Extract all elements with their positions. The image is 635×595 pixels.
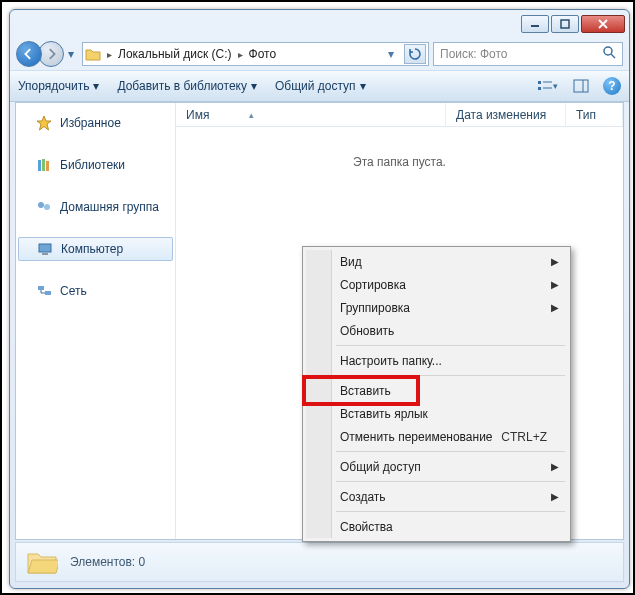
submenu-arrow-icon: ▶: [551, 256, 559, 267]
column-type[interactable]: Тип: [566, 103, 623, 126]
search-input[interactable]: Поиск: Фото: [433, 42, 623, 66]
chevron-down-icon: ▾: [360, 79, 366, 93]
svg-rect-12: [42, 159, 45, 171]
svg-marker-10: [37, 116, 51, 130]
star-icon: [36, 115, 52, 131]
menu-item-group[interactable]: Группировка▶: [306, 296, 567, 319]
close-button[interactable]: [581, 15, 625, 33]
sidebar-item-computer[interactable]: Компьютер: [18, 237, 173, 261]
nav-row: ▾ ▸ Локальный диск (C:) ▸ Фото ▾ Поиск: …: [10, 38, 629, 70]
svg-rect-5: [538, 87, 541, 90]
sidebar-item-network[interactable]: Сеть: [16, 279, 175, 303]
maximize-button[interactable]: [551, 15, 579, 33]
submenu-arrow-icon: ▶: [551, 302, 559, 313]
empty-folder-text: Эта папка пуста.: [176, 155, 623, 169]
add-to-library-menu[interactable]: Добавить в библиотеку▾: [117, 79, 257, 93]
organize-menu[interactable]: Упорядочить▾: [18, 79, 99, 93]
menu-item-share[interactable]: Общий доступ▶: [306, 455, 567, 478]
computer-icon: [37, 241, 53, 257]
menu-item-paste[interactable]: Вставить: [306, 379, 567, 402]
menu-item-sort[interactable]: Сортировка▶: [306, 273, 567, 296]
address-dropdown[interactable]: ▾: [382, 44, 400, 64]
column-name[interactable]: Имя▴: [176, 103, 446, 126]
svg-point-14: [38, 202, 44, 208]
svg-line-3: [611, 54, 615, 58]
svg-rect-13: [46, 161, 49, 171]
svg-point-2: [604, 47, 612, 55]
chevron-down-icon: ▾: [251, 79, 257, 93]
column-headers: Имя▴ Дата изменения Тип: [176, 103, 623, 127]
svg-rect-19: [45, 291, 51, 295]
sidebar-item-label: Библиотеки: [60, 158, 125, 172]
svg-rect-16: [39, 244, 51, 252]
folder-icon: [85, 46, 101, 62]
search-placeholder: Поиск: Фото: [440, 47, 508, 61]
status-text: Элементов: 0: [70, 555, 145, 569]
status-bar: Элементов: 0: [15, 542, 624, 582]
svg-rect-17: [42, 253, 48, 255]
svg-rect-11: [38, 160, 41, 171]
share-menu[interactable]: Общий доступ▾: [275, 79, 366, 93]
sidebar-item-libraries[interactable]: Библиотеки: [16, 153, 175, 177]
menu-item-new[interactable]: Создать▶: [306, 485, 567, 508]
homegroup-icon: [36, 199, 52, 215]
nav-pane: Избранное Библиотеки Домашняя группа Ком…: [16, 103, 176, 539]
submenu-arrow-icon: ▶: [551, 461, 559, 472]
context-menu: Вид▶ Сортировка▶ Группировка▶ Обновить Н…: [302, 246, 571, 542]
menu-item-view[interactable]: Вид▶: [306, 250, 567, 273]
view-mode-button[interactable]: ▾: [535, 75, 559, 97]
chevron-down-icon: ▾: [93, 79, 99, 93]
sidebar-item-label: Сеть: [60, 284, 87, 298]
minimize-button[interactable]: [521, 15, 549, 33]
submenu-arrow-icon: ▶: [551, 491, 559, 502]
help-button[interactable]: ?: [603, 77, 621, 95]
libraries-icon: [36, 157, 52, 173]
titlebar: [10, 10, 629, 38]
column-modified[interactable]: Дата изменения: [446, 103, 566, 126]
svg-rect-4: [538, 81, 541, 84]
shortcut-label: CTRL+Z: [501, 430, 547, 444]
svg-rect-8: [574, 80, 588, 92]
sidebar-item-label: Домашняя группа: [60, 200, 159, 214]
sidebar-item-homegroup[interactable]: Домашняя группа: [16, 195, 175, 219]
sidebar-item-favorites[interactable]: Избранное: [16, 111, 175, 135]
menu-item-customize-folder[interactable]: Настроить папку...: [306, 349, 567, 372]
svg-rect-18: [38, 286, 44, 290]
address-bar[interactable]: ▸ Локальный диск (C:) ▸ Фото ▾: [82, 42, 429, 66]
toolbar: Упорядочить▾ Добавить в библиотеку▾ Общи…: [10, 70, 629, 102]
chevron-right-icon: ▸: [107, 49, 112, 60]
sidebar-item-label: Избранное: [60, 116, 121, 130]
svg-point-15: [44, 204, 50, 210]
menu-item-undo-rename[interactable]: Отменить переименованиеCTRL+Z: [306, 425, 567, 448]
network-icon: [36, 283, 52, 299]
sort-asc-icon: ▴: [249, 110, 254, 120]
svg-rect-1: [561, 20, 569, 28]
sidebar-item-label: Компьютер: [61, 242, 123, 256]
submenu-arrow-icon: ▶: [551, 279, 559, 290]
back-button[interactable]: [16, 41, 42, 67]
menu-item-refresh[interactable]: Обновить: [306, 319, 567, 342]
folder-icon: [26, 548, 58, 576]
nav-history-dropdown[interactable]: ▾: [64, 47, 78, 61]
menu-item-paste-shortcut[interactable]: Вставить ярлык: [306, 402, 567, 425]
refresh-button[interactable]: [404, 44, 426, 64]
breadcrumb-part[interactable]: Фото: [249, 47, 277, 61]
search-icon: [603, 46, 616, 62]
breadcrumb-part[interactable]: Локальный диск (C:): [118, 47, 232, 61]
chevron-right-icon: ▸: [238, 49, 243, 60]
preview-pane-button[interactable]: [569, 75, 593, 97]
menu-item-properties[interactable]: Свойства: [306, 515, 567, 538]
